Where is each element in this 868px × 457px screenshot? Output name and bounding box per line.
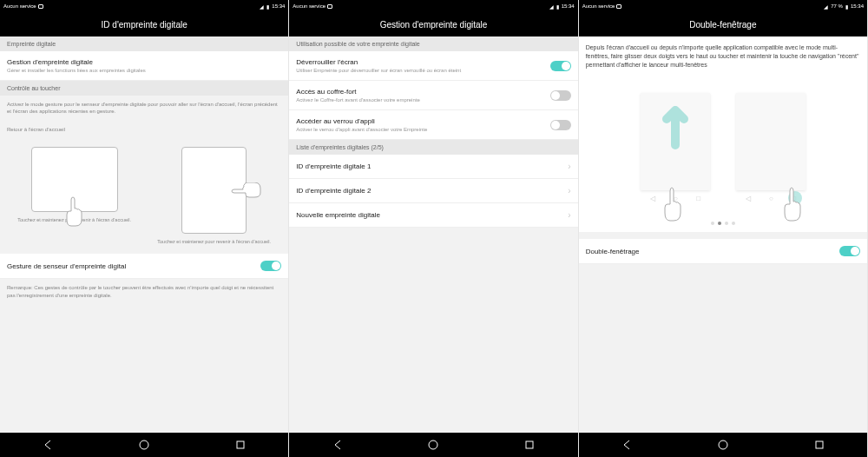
dot-active (718, 222, 721, 225)
item-title: Gestion d'empreinte digitale (7, 58, 281, 66)
back-button[interactable] (329, 436, 346, 454)
svg-point-2 (429, 440, 437, 449)
section-fp-list: Liste d'empreintes digitales (2/5) (289, 140, 577, 155)
tablet-icon (31, 147, 118, 212)
hand-press-icon (779, 184, 810, 228)
caption: Touchez et maintenez pour revenir à l'éc… (157, 239, 271, 245)
item-subtitle: Gérer et installer les fonctions liées a… (7, 68, 281, 73)
unlock-toggle[interactable] (550, 61, 571, 71)
svg-rect-5 (816, 441, 823, 448)
navigation-bar (579, 433, 867, 457)
svg-point-0 (140, 440, 148, 449)
chevron-right-icon: › (568, 210, 570, 220)
dot (732, 222, 735, 225)
screen-dual-window: Aucun service ◢77 %▮15:34 Double-fenêtra… (579, 0, 868, 457)
signal-icon: ◢ (824, 3, 828, 10)
sim-icon (616, 4, 621, 9)
carrier-text: Aucun service (582, 3, 615, 9)
navigation-bar (0, 433, 288, 457)
recent-button[interactable] (811, 436, 828, 454)
arrow-up-icon (641, 93, 710, 171)
gesture-toggle[interactable] (260, 261, 281, 271)
signal-icon: ◢ (260, 3, 264, 10)
item-fingerprint-1[interactable]: ID d'empreinte digitale 1 › (289, 155, 577, 179)
carrier-text: Aucun service (3, 3, 36, 9)
remark-note: Remarque: Ces gestes de contrôle par le … (0, 279, 288, 304)
recent-button[interactable] (521, 436, 538, 454)
phone-swipe-up: ◁○□ (641, 93, 710, 206)
back-button[interactable] (618, 436, 635, 454)
item-app-lock[interactable]: Accéder au verrou d'appli Activer le ver… (289, 110, 577, 140)
back-icon: ◁ (650, 195, 655, 202)
time-text: 15:34 (851, 3, 864, 9)
item-gesture-toggle[interactable]: Gesture de senseur d'empreinte digital (0, 254, 288, 279)
battery-icon: ▮ (556, 3, 559, 10)
home-icon: ○ (769, 195, 773, 202)
time-text: 15:34 (272, 3, 285, 9)
recent-icon: □ (696, 195, 700, 202)
chevron-right-icon: › (568, 162, 570, 171)
page-title: Gestion d'empreinte digitale (289, 12, 577, 36)
illustration-portrait: Touchez et maintenez pour revenir à l'éc… (147, 147, 281, 245)
item-title: Accéder au verrou d'appli (296, 117, 549, 125)
section-fingerprint: Empreinte digitale (0, 36, 288, 51)
home-button[interactable] (714, 436, 732, 454)
safe-toggle[interactable] (550, 90, 571, 101)
illustration-landscape: Touchez et maintenez pour revenir à l'éc… (7, 147, 141, 245)
item-safe-access[interactable]: Accès au coffre-fort Activez le Coffre-f… (289, 81, 577, 110)
toggle-label: Double-fenêtrage (586, 248, 640, 255)
description: Depuis l'écran d'accueil ou depuis n'imp… (579, 36, 867, 76)
home-button[interactable] (424, 436, 442, 454)
svg-rect-1 (237, 441, 244, 448)
phone-long-press: ◁○□ (736, 93, 806, 206)
fp-label: ID d'empreinte digitale 2 (296, 187, 371, 195)
item-subtitle: Activer le verrou d'appli avant d'associ… (296, 127, 549, 132)
carrier-text: Aucun service (293, 3, 326, 9)
item-subtitle: Utiliser Empreinte pour déverrouiller su… (296, 68, 549, 73)
hand-icon (230, 182, 265, 209)
item-dual-window-toggle[interactable]: Double-fenêtrage (579, 239, 867, 264)
item-new-fingerprint[interactable]: Nouvelle empreinte digitale › (289, 203, 577, 228)
hand-icon (62, 195, 89, 230)
gesture-note: Activez le mode gesture pour le senseur … (0, 96, 288, 121)
item-fingerprint-2[interactable]: ID d'empreinte digitale 2 › (289, 179, 577, 203)
dot (711, 222, 714, 225)
dual-window-toggle[interactable] (839, 246, 860, 256)
item-title: Déverrouiller l'écran (296, 58, 549, 66)
item-subtitle: Activez le Coffre-fort avant d'associer … (296, 97, 549, 103)
signal-icon: ◢ (549, 3, 554, 10)
battery-icon: ▮ (266, 3, 269, 10)
item-unlock-screen[interactable]: Déverrouiller l'écran Utiliser Empreinte… (289, 51, 577, 81)
home-button[interactable] (135, 436, 153, 454)
tablet-icon (181, 147, 247, 234)
toggle-label: Gesture de senseur d'empreinte digital (7, 262, 126, 270)
hand-swipe-icon (660, 184, 690, 228)
status-bar: Aucun service ◢▮15:34 (0, 0, 288, 12)
content-area: Empreinte digitale Gestion d'empreinte d… (0, 36, 288, 433)
screen-fingerprint-id: Aucun service ◢▮15:34 ID d'empreinte dig… (0, 0, 289, 457)
new-fp-label: Nouvelle empreinte digitale (296, 211, 380, 219)
dot (725, 222, 728, 225)
page-title: ID d'empreinte digitale (0, 12, 288, 36)
chevron-right-icon: › (568, 186, 570, 195)
recent-button[interactable] (232, 436, 249, 454)
back-icon: ◁ (746, 195, 751, 202)
content-area: Depuis l'écran d'accueil ou depuis n'imp… (579, 36, 867, 433)
section-usage: Utilisation possible de votre empreinte … (289, 36, 577, 51)
fp-label: ID d'empreinte digitale 1 (296, 162, 371, 170)
screen-fingerprint-management: Aucun service ◢▮15:34 Gestion d'empreint… (289, 0, 578, 457)
battery-icon: ▮ (845, 3, 848, 10)
dual-window-illustration: ◁○□ ◁○□ (579, 76, 867, 215)
svg-point-4 (719, 440, 727, 449)
section-touch-control: Contrôle au toucher (0, 81, 288, 96)
item-manage-fingerprint[interactable]: Gestion d'empreinte digitale Gérer et in… (0, 51, 288, 81)
battery-text: 77 % (831, 3, 843, 9)
applock-toggle[interactable] (550, 120, 571, 130)
sim-icon (327, 4, 332, 9)
status-bar: Aucun service ◢77 %▮15:34 (579, 0, 867, 12)
back-button[interactable] (39, 436, 56, 454)
item-title: Accès au coffre-fort (296, 88, 549, 96)
status-bar: Aucun service ◢▮15:34 (289, 0, 577, 12)
page-title: Double-fenêtrage (579, 12, 867, 36)
sim-icon (38, 4, 43, 9)
